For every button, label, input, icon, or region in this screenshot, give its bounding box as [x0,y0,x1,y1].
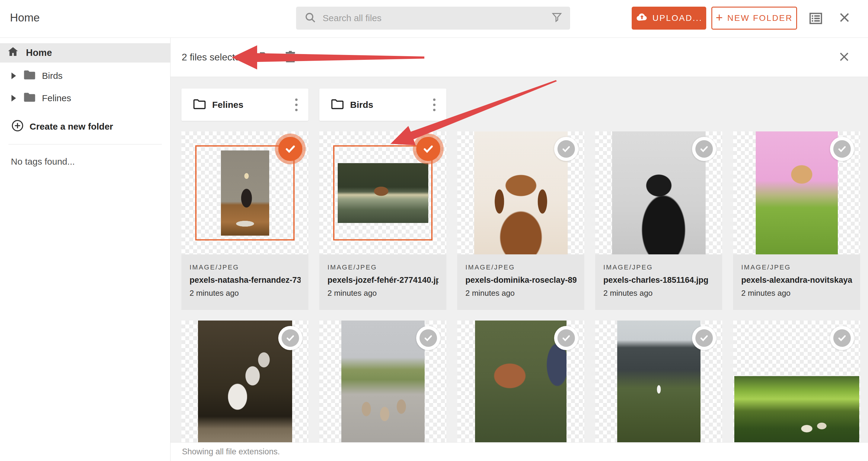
check-icon [422,142,435,155]
file-meta: IMAGE/JPEG pexels-dominika-roseclay-8952… [457,254,584,310]
body: Home Birds Felines Create [0,38,868,461]
file-thumbnail[interactable] [319,320,446,443]
folder-icon [23,69,36,83]
file-type: IMAGE/JPEG [603,263,714,271]
check-icon [699,144,710,154]
file-card[interactable] [457,320,584,443]
file-time: 2 minutes ago [465,288,577,298]
check-icon [699,333,710,344]
photo-dog-green-fur-pink [756,132,838,254]
file-grid: Felines Birds [170,77,868,461]
check-badge[interactable] [692,137,716,161]
file-name: pexels-jozef-fehér-2774140.jpg [328,276,438,285]
photo-lambs-in-grass [734,376,859,443]
selection-count: 2 files selected: [182,52,248,63]
photo-white-deer-mountain [617,320,701,443]
file-card[interactable]: IMAGE/JPEG pexels-jozef-fehér-2774140.jp… [319,132,446,310]
check-badge[interactable] [416,326,440,350]
folder-chip-felines[interactable]: Felines [181,88,308,121]
photo-dog-party-hat [221,150,269,236]
file-time: 2 minutes ago [741,288,852,298]
file-thumbnail[interactable] [733,320,860,443]
close-button[interactable] [838,11,851,25]
search-input[interactable] [322,13,551,24]
tags-empty-text: No tags found... [11,156,170,167]
plus-icon: + [716,11,723,24]
file-thumbnail[interactable] [457,132,584,254]
check-icon [837,144,847,154]
file-thumbnail[interactable] [319,132,446,254]
move-to-folder-button[interactable] [259,50,273,65]
caret-right-icon[interactable] [11,95,16,102]
photo-geese-on-road [341,320,425,443]
file-type: IMAGE/JPEG [465,263,577,271]
sidebar: Home Birds Felines Create [0,38,170,461]
check-badge[interactable] [554,326,578,350]
upload-cloud-icon [636,11,648,26]
close-icon [838,51,850,64]
file-thumbnail[interactable] [181,320,308,443]
file-card[interactable] [319,320,446,443]
file-card[interactable]: IMAGE/JPEG pexels-alexandra-novitskaya-2… [733,132,860,310]
close-icon [838,21,851,25]
file-row-2 [181,320,868,443]
check-badge-selected[interactable] [416,137,440,161]
check-icon [561,144,571,154]
check-badge[interactable] [830,137,854,161]
file-card[interactable]: IMAGE/JPEG pexels-charles-1851164.jpg 2 … [595,132,722,310]
footer-status-bar: Showing all file extensions. [170,442,868,461]
file-thumbnail[interactable] [181,132,308,254]
file-name: pexels-dominika-roseclay-8952... [465,276,577,285]
file-meta: IMAGE/JPEG pexels-alexandra-novitskaya-2… [733,254,860,310]
upload-button[interactable]: UPLOAD... [632,7,706,30]
file-thumbnail[interactable] [733,132,860,254]
file-meta: IMAGE/JPEG pexels-jozef-fehér-2774140.jp… [319,254,446,310]
file-time: 2 minutes ago [328,288,438,298]
sidebar-divider [8,144,162,144]
file-card[interactable]: IMAGE/JPEG pexels-natasha-fernandez-733.… [181,132,308,310]
folder-chip-birds[interactable]: Birds [319,88,446,121]
caret-right-icon[interactable] [11,73,16,79]
check-badge[interactable] [830,326,854,350]
photo-kangaroo-feeding [475,320,566,443]
file-card[interactable] [595,320,722,443]
filter-icon[interactable] [551,11,563,25]
file-card[interactable]: IMAGE/JPEG pexels-dominika-roseclay-8952… [457,132,584,310]
file-card[interactable] [733,320,860,443]
list-view-button[interactable] [808,11,823,27]
file-type: IMAGE/JPEG [328,263,438,271]
file-thumbnail[interactable] [595,132,722,254]
top-bar: Home UPLOAD... + NEW FOLDER [0,0,868,38]
page-title: Home [10,11,40,24]
sidebar-item-home[interactable]: Home [0,43,170,62]
check-icon [285,333,296,344]
kebab-menu-icon[interactable] [293,97,300,113]
sidebar-item-birds[interactable]: Birds [0,67,170,85]
file-name: pexels-alexandra-novitskaya-2... [741,276,852,285]
check-badge-selected[interactable] [278,137,302,161]
photo-dog-swimming-stick [338,163,428,223]
file-row-1: IMAGE/JPEG pexels-natasha-fernandez-733.… [181,132,868,310]
file-meta: IMAGE/JPEG pexels-charles-1851164.jpg 2 … [595,254,722,310]
file-thumbnail[interactable] [457,320,584,443]
file-thumbnail[interactable] [595,320,722,443]
file-type: IMAGE/JPEG [189,263,301,271]
kebab-menu-icon[interactable] [431,97,437,113]
check-badge[interactable] [692,326,716,350]
check-icon [561,333,571,344]
folder-outline-icon [193,98,206,111]
check-icon [284,142,297,155]
check-badge[interactable] [278,326,302,350]
check-badge[interactable] [554,137,578,161]
main-panel: 2 files selected: [170,38,868,461]
create-folder-button[interactable]: Create a new folder [0,117,170,136]
sidebar-item-felines[interactable]: Felines [0,89,170,107]
file-name: pexels-natasha-fernandez-733... [189,276,301,285]
file-time: 2 minutes ago [603,288,714,298]
new-folder-button[interactable]: + NEW FOLDER [711,7,797,30]
file-card[interactable] [181,320,308,443]
delete-button[interactable] [283,50,297,65]
home-icon [7,45,19,60]
selection-close-button[interactable] [838,51,850,64]
file-type: IMAGE/JPEG [741,263,852,271]
